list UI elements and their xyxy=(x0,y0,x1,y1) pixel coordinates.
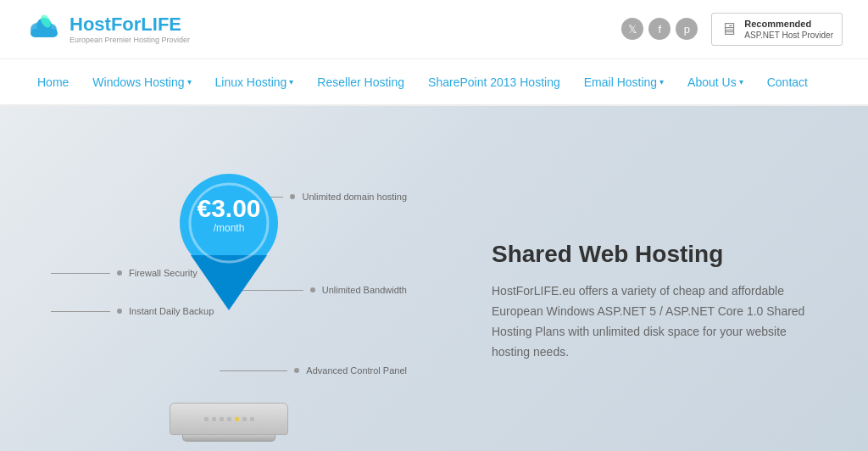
server-led-yellow xyxy=(235,417,239,421)
server-led xyxy=(220,417,224,421)
facebook-icon[interactable]: f xyxy=(648,18,670,40)
nav-label-email-hosting: Email Hosting xyxy=(584,75,657,89)
feature-line-el xyxy=(220,370,287,371)
badge-icon: 🖥 xyxy=(721,19,737,39)
hero-title: Shared Web Hosting xyxy=(492,241,817,268)
per-month-label: /month xyxy=(197,222,260,234)
pin-illustration: Unlimited domain hosting Unlimited Bandw… xyxy=(51,145,407,451)
nav-item-windows-hosting[interactable]: Windows Hosting ▾ xyxy=(81,60,203,104)
nav-arrow-about: ▾ xyxy=(739,77,743,86)
nav-arrow-windows: ▾ xyxy=(187,77,192,86)
feature-control-panel: Advanced Control Panel xyxy=(220,365,407,376)
hero-text-panel: Shared Web Hosting HostForLIFE.eu offers… xyxy=(475,241,817,362)
twitter-icon[interactable]: 𝕏 xyxy=(621,18,643,40)
logo-name-first: HostFor xyxy=(70,14,141,35)
nav-arrow-email: ▾ xyxy=(659,77,664,86)
hero-section: Unlimited domain hosting Unlimited Bandw… xyxy=(0,106,868,451)
feature-label-control-panel: Advanced Control Panel xyxy=(306,365,407,376)
badge-label2: ASP.NET Host Provider xyxy=(744,31,833,40)
price-value: €3.00 xyxy=(197,194,260,222)
nav-label-contact: Contact xyxy=(767,75,808,89)
feature-dot xyxy=(310,287,315,292)
social-icons: 𝕏 f p xyxy=(621,18,698,40)
badge-text: Recommended ASP.NET Host Provider xyxy=(744,18,833,41)
nav-label-linux-hosting: Linux Hosting xyxy=(215,75,287,89)
logo-tagline: European Premier Hosting Provider xyxy=(70,36,190,44)
header-right: 𝕏 f p 🖥 Recommended ASP.NET Host Provide… xyxy=(621,13,843,46)
nav-item-linux-hosting[interactable]: Linux Hosting ▾ xyxy=(203,60,306,104)
nav-bar: Home Windows Hosting ▾ Linux Hosting ▾ R… xyxy=(0,59,868,106)
nav-label-reseller-hosting: Reseller Hosting xyxy=(317,75,404,89)
pinterest-icon[interactable]: p xyxy=(676,18,698,40)
badge-label1: Recommended xyxy=(744,18,833,30)
nav-arrow-linux: ▾ xyxy=(289,77,293,86)
feature-dot xyxy=(117,309,122,314)
hero-content: Unlimited domain hosting Unlimited Bandw… xyxy=(51,145,817,451)
svg-rect-3 xyxy=(31,29,58,37)
feature-line-el xyxy=(51,311,110,312)
logo[interactable]: HostForLIFE European Premier Hosting Pro… xyxy=(25,11,190,48)
server-led xyxy=(212,417,216,421)
server-device xyxy=(170,403,288,442)
server-led xyxy=(242,417,247,421)
pin-svg xyxy=(174,170,284,315)
nav-label-sharepoint: SharePoint 2013 Hosting xyxy=(428,75,560,89)
server-base xyxy=(182,435,275,442)
logo-icon xyxy=(25,11,63,48)
nav-item-sharepoint[interactable]: SharePoint 2013 Hosting xyxy=(416,60,572,104)
recommended-badge: 🖥 Recommended ASP.NET Host Provider xyxy=(711,13,843,46)
header: HostForLIFE European Premier Hosting Pro… xyxy=(0,0,868,59)
feature-label-unlimited-domain: Unlimited domain hosting xyxy=(302,192,407,202)
logo-name: HostForLIFE xyxy=(70,15,190,34)
pin-price-display: €3.00 /month xyxy=(197,194,260,234)
server-led xyxy=(204,417,209,421)
nav-item-about-us[interactable]: About Us ▾ xyxy=(676,60,755,104)
feature-dot xyxy=(294,368,299,373)
nav-item-contact[interactable]: Contact xyxy=(755,60,820,104)
nav-label-home: Home xyxy=(37,75,69,89)
nav-label-about-us: About Us xyxy=(687,75,737,89)
nav-item-home[interactable]: Home xyxy=(25,60,81,104)
nav-item-reseller-hosting[interactable]: Reseller Hosting xyxy=(305,60,416,104)
svg-marker-6 xyxy=(191,255,267,310)
feature-label-bandwidth: Unlimited Bandwidth xyxy=(322,285,407,295)
logo-text: HostForLIFE European Premier Hosting Pro… xyxy=(70,15,190,44)
location-pin: €3.00 /month xyxy=(174,170,284,318)
nav-label-windows-hosting: Windows Hosting xyxy=(92,75,184,89)
server-led xyxy=(227,417,231,421)
feature-dot xyxy=(290,194,295,199)
server-led xyxy=(250,417,254,421)
hero-description: HostForLIFE.eu offers a variety of cheap… xyxy=(492,281,814,362)
feature-dot xyxy=(117,270,122,276)
logo-name-highlight: LIFE xyxy=(141,14,181,35)
nav-item-email-hosting[interactable]: Email Hosting ▾ xyxy=(572,60,676,104)
feature-line-el xyxy=(51,273,110,274)
server-body xyxy=(170,403,288,435)
